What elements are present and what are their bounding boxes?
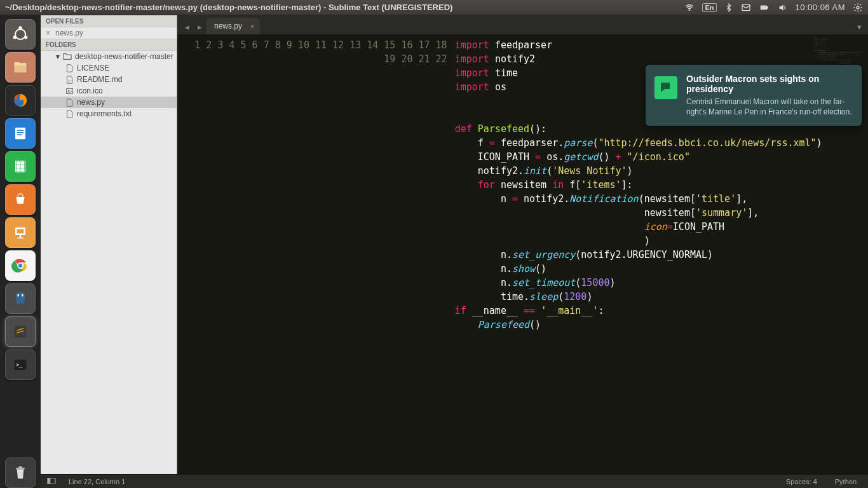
svg-point-31 bbox=[22, 294, 24, 297]
open-file-item[interactable]: × news.py bbox=[41, 27, 177, 39]
indentation-setting[interactable]: Spaces: 4 bbox=[781, 478, 822, 485]
wifi-icon[interactable] bbox=[684, 3, 695, 13]
svg-rect-25 bbox=[20, 235, 22, 238]
system-menubar: ~/Desktop/desktop-news-notifier-master/n… bbox=[0, 0, 868, 15]
file-tree-item[interactable]: README.md bbox=[41, 74, 177, 85]
file-icon bbox=[65, 98, 74, 107]
open-files-header: OPEN FILES bbox=[41, 15, 177, 27]
svg-point-30 bbox=[17, 294, 19, 297]
file-tree-item[interactable]: requirements.txt bbox=[41, 108, 177, 119]
file-icon bbox=[65, 109, 74, 118]
file-name: requirements.txt bbox=[77, 109, 132, 118]
svg-rect-17 bbox=[17, 134, 22, 135]
folder-root[interactable]: ▾ desktop-news-notifier-master bbox=[41, 51, 177, 62]
cursor-position[interactable]: Line 22, Column 1 bbox=[64, 478, 130, 485]
tab-label: news.py bbox=[214, 22, 242, 30]
volume-icon[interactable] bbox=[778, 3, 788, 13]
line-gutter: 1 2 3 4 5 6 7 8 9 10 11 12 13 14 15 16 1… bbox=[177, 34, 455, 474]
gear-icon[interactable] bbox=[853, 3, 863, 13]
svg-point-7 bbox=[18, 26, 22, 29]
tab-overflow-icon[interactable]: ▾ bbox=[855, 20, 864, 34]
syntax-setting[interactable]: Python bbox=[830, 478, 862, 485]
launcher-software[interactable] bbox=[5, 184, 36, 215]
svg-rect-40 bbox=[48, 478, 50, 484]
svg-point-5 bbox=[857, 6, 859, 9]
file-name: LICENSE bbox=[77, 64, 109, 72]
svg-point-6 bbox=[15, 29, 25, 39]
launcher-terminal[interactable]: >_ bbox=[5, 349, 36, 380]
svg-point-9 bbox=[13, 36, 17, 39]
tab-news-py[interactable]: news.py × bbox=[207, 18, 260, 34]
notification-text: Outsider Macron sets sights on presidenc… bbox=[686, 74, 853, 117]
status-bar: Line 22, Column 1 Spaces: 4 Python bbox=[41, 474, 868, 488]
tab-next-icon[interactable]: ▸ bbox=[194, 19, 205, 34]
sublime-sidebar: OPEN FILES × news.py FOLDERS ▾ desktop-n… bbox=[41, 15, 177, 474]
unity-launcher: >_ bbox=[0, 15, 41, 488]
launcher-trash[interactable] bbox=[5, 458, 36, 488]
svg-rect-4 bbox=[761, 6, 766, 9]
launcher-ubuntu-dash[interactable] bbox=[5, 19, 36, 50]
svg-rect-26 bbox=[17, 238, 24, 238]
tab-close-icon[interactable]: × bbox=[250, 22, 255, 31]
notification-app-icon bbox=[654, 76, 677, 99]
window-title: ~/Desktop/desktop-news-notifier-master/n… bbox=[5, 3, 684, 12]
svg-rect-16 bbox=[17, 132, 24, 133]
svg-rect-15 bbox=[17, 130, 24, 131]
folder-name: desktop-news-notifier-master bbox=[75, 52, 173, 61]
keyboard-indicator[interactable]: En bbox=[702, 3, 716, 12]
file-name: news.py bbox=[77, 98, 105, 107]
svg-rect-11 bbox=[15, 62, 20, 65]
svg-rect-14 bbox=[15, 128, 25, 140]
launcher-chrome[interactable] bbox=[5, 250, 36, 281]
system-indicators: En 10:00:06 AM bbox=[684, 3, 863, 13]
launcher-sublime[interactable] bbox=[5, 316, 36, 347]
notification-body: Centrist Emmanuel Macron will take on th… bbox=[686, 97, 853, 117]
svg-rect-24 bbox=[17, 229, 24, 234]
svg-point-38 bbox=[67, 90, 69, 91]
svg-point-0 bbox=[689, 10, 690, 10]
launcher-calc[interactable] bbox=[5, 151, 36, 182]
tab-prev-icon[interactable]: ◂ bbox=[181, 19, 193, 34]
file-name: icon.ico bbox=[77, 86, 103, 95]
file-name: README.md bbox=[77, 75, 122, 84]
open-file-name: news.py bbox=[55, 29, 83, 37]
tab-bar: ◂ ▸ news.py × ▾ bbox=[177, 15, 868, 34]
file-tree-item[interactable]: news.py bbox=[41, 97, 177, 108]
launcher-impress[interactable] bbox=[5, 217, 36, 248]
launcher-firefox[interactable] bbox=[5, 85, 36, 116]
svg-rect-3 bbox=[767, 6, 768, 8]
mail-icon[interactable] bbox=[741, 3, 751, 13]
folders-header: FOLDERS bbox=[41, 39, 177, 51]
file-icon bbox=[65, 75, 74, 84]
svg-rect-12 bbox=[15, 65, 27, 72]
launcher-files[interactable] bbox=[5, 52, 36, 83]
svg-point-8 bbox=[24, 36, 27, 39]
battery-icon[interactable] bbox=[759, 3, 770, 12]
file-tree-item[interactable]: LICENSE bbox=[41, 62, 177, 74]
panel-toggle-icon[interactable] bbox=[47, 477, 56, 487]
file-icon bbox=[65, 86, 74, 95]
launcher-postgresql[interactable] bbox=[5, 283, 36, 314]
file-icon bbox=[65, 64, 74, 72]
chevron-down-icon: ▾ bbox=[56, 52, 60, 61]
folder-icon bbox=[63, 52, 72, 61]
svg-text:>_: >_ bbox=[16, 362, 22, 368]
file-tree-item[interactable]: icon.ico bbox=[41, 85, 177, 97]
clock[interactable]: 10:00:06 AM bbox=[796, 3, 846, 12]
bluetooth-icon[interactable] bbox=[724, 3, 733, 12]
notification-title: Outsider Macron sets sights on presidenc… bbox=[686, 74, 853, 94]
close-file-icon[interactable]: × bbox=[46, 29, 52, 37]
svg-rect-36 bbox=[18, 466, 22, 468]
launcher-writer[interactable] bbox=[5, 118, 36, 149]
desktop-notification[interactable]: Outsider Macron sets sights on presidenc… bbox=[646, 65, 862, 126]
